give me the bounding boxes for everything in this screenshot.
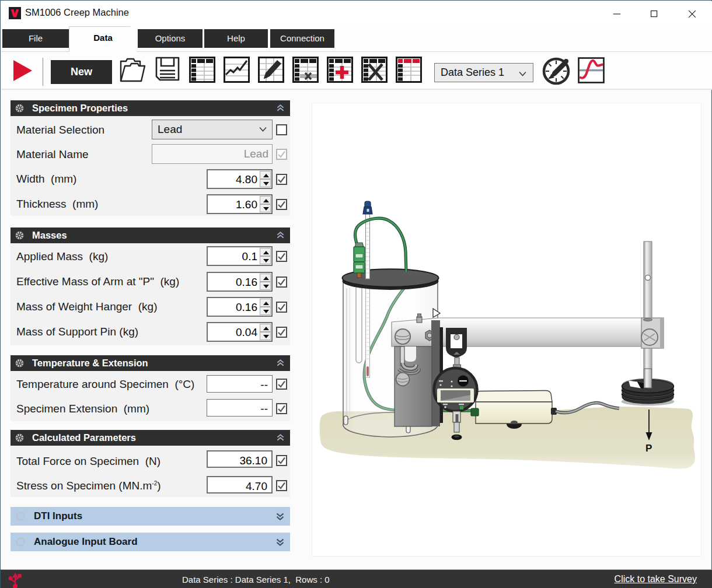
svg-text:P: P: [645, 443, 652, 454]
